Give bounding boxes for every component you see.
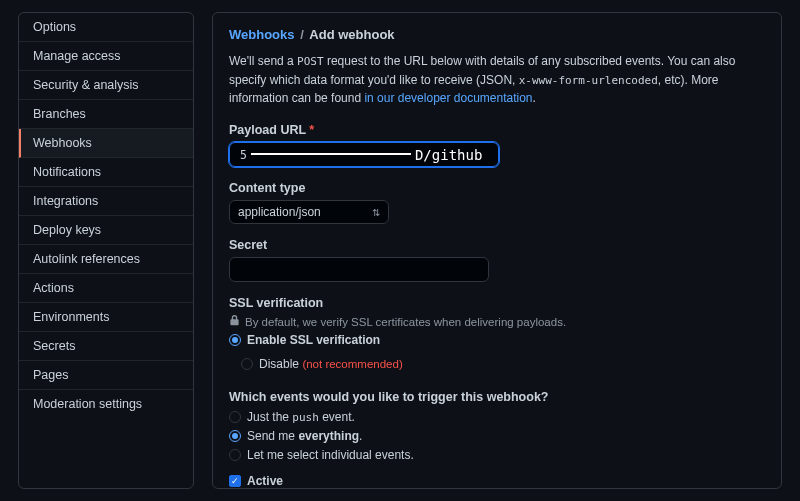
- chevron-updown-icon: ⇅: [372, 207, 380, 218]
- content-type-select[interactable]: application/json ⇅: [229, 200, 389, 224]
- active-checkbox-row[interactable]: ✓ Active: [229, 474, 765, 488]
- breadcrumb-current: Add webhook: [309, 27, 394, 42]
- content-type-label: Content type: [229, 181, 765, 195]
- sidebar-item-manage-access[interactable]: Manage access: [19, 42, 193, 71]
- event-option-push[interactable]: Just the push event.: [229, 410, 765, 424]
- breadcrumb: Webhooks / Add webhook: [229, 27, 765, 42]
- breadcrumb-separator: /: [300, 27, 307, 42]
- description-text: We'll send a POST request to the URL bel…: [229, 52, 765, 107]
- radio-icon: [241, 358, 253, 370]
- sidebar-item-security-analysis[interactable]: Security & analysis: [19, 71, 193, 100]
- ssl-verification-field: SSL verification By default, we verify S…: [229, 296, 765, 376]
- radio-icon: [229, 449, 241, 461]
- payload-url-input[interactable]: 5 D/github: [229, 142, 499, 167]
- sidebar-item-notifications[interactable]: Notifications: [19, 158, 193, 187]
- sidebar-item-environments[interactable]: Environments: [19, 303, 193, 332]
- secret-label: Secret: [229, 238, 765, 252]
- url-obscured-segment: [251, 153, 411, 155]
- sidebar-item-integrations[interactable]: Integrations: [19, 187, 193, 216]
- secret-field: Secret: [229, 238, 765, 282]
- sidebar-item-moderation-settings[interactable]: Moderation settings: [19, 390, 193, 418]
- secret-input[interactable]: [229, 257, 489, 282]
- radio-icon: [229, 334, 241, 346]
- ssl-note: By default, we verify SSL certificates w…: [229, 315, 765, 328]
- checkbox-icon: ✓: [229, 475, 241, 487]
- sidebar-item-webhooks[interactable]: Webhooks: [19, 129, 193, 158]
- main-panel: Webhooks / Add webhook We'll send a POST…: [212, 12, 782, 489]
- developer-docs-link[interactable]: in our developer documentation: [364, 91, 532, 105]
- sidebar-item-actions[interactable]: Actions: [19, 274, 193, 303]
- events-heading: Which events would you like to trigger t…: [229, 390, 765, 404]
- sidebar-item-pages[interactable]: Pages: [19, 361, 193, 390]
- event-option-everything[interactable]: Send me everything.: [229, 429, 765, 443]
- lock-icon: [229, 315, 240, 328]
- ssl-enable-option[interactable]: Enable SSL verification: [229, 333, 765, 347]
- sidebar-item-autolink-references[interactable]: Autolink references: [19, 245, 193, 274]
- sidebar-item-options[interactable]: Options: [19, 13, 193, 42]
- sidebar-item-deploy-keys[interactable]: Deploy keys: [19, 216, 193, 245]
- sidebar-item-branches[interactable]: Branches: [19, 100, 193, 129]
- ssl-disable-option[interactable]: Disable (not recommended): [241, 357, 403, 371]
- content-type-field: Content type application/json ⇅: [229, 181, 765, 224]
- ssl-heading: SSL verification: [229, 296, 765, 310]
- event-option-individual[interactable]: Let me select individual events.: [229, 448, 765, 462]
- breadcrumb-parent-link[interactable]: Webhooks: [229, 27, 295, 42]
- radio-icon: [229, 430, 241, 442]
- settings-sidebar: OptionsManage accessSecurity & analysisB…: [18, 12, 194, 489]
- payload-url-field: Payload URL * 5 D/github: [229, 123, 765, 167]
- radio-icon: [229, 411, 241, 423]
- sidebar-item-secrets[interactable]: Secrets: [19, 332, 193, 361]
- required-indicator: *: [309, 123, 314, 137]
- payload-url-label: Payload URL *: [229, 123, 765, 137]
